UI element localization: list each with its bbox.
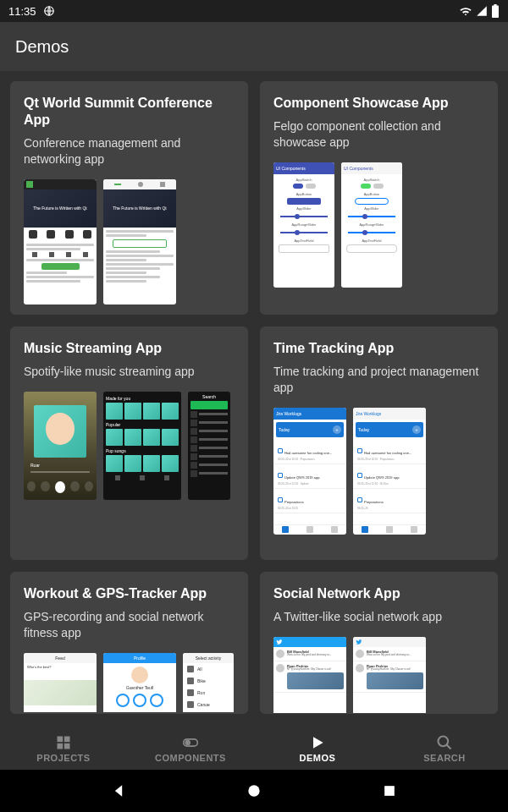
wifi-icon	[459, 5, 472, 17]
svg-rect-4	[64, 737, 70, 743]
thumbnail: Feed Who's the best? 62:40:0017.13 km9.8…	[24, 653, 97, 712]
nav-label: PROJECTS	[36, 753, 90, 763]
card-desc: Spotify-like music streaming app	[24, 364, 235, 380]
app-header: Demos	[0, 22, 508, 71]
thumbnail: The Future is Written with Qt	[24, 179, 97, 304]
svg-rect-5	[58, 743, 64, 749]
svg-rect-2	[494, 4, 496, 6]
thumbnail: Jira Worklogs Today+ Had awesome fun cod…	[353, 408, 426, 535]
svg-point-9	[439, 737, 449, 747]
signal-icon	[476, 5, 488, 17]
thumbnail: Bill MansfieldWow so fun. My yard and dr…	[273, 637, 346, 713]
thumbnail: Select activity All Bike Run Canoe	[183, 653, 234, 712]
home-button[interactable]	[246, 782, 262, 799]
grid-icon	[55, 734, 72, 751]
card-desc: Time tracking and project management app	[273, 364, 484, 396]
nav-label: DEMOS	[300, 753, 336, 763]
thumbnail: UI Components AppSwitch AppButton AppSli…	[273, 162, 334, 288]
thumbnail: The Future is Written with Qt	[103, 179, 176, 304]
demo-card-qt-summit[interactable]: Qt World Summit Conference App Conferenc…	[10, 81, 248, 315]
thumbnail: Made for you Popular Pop songs	[103, 392, 181, 500]
card-desc: A Twitter-like social network app	[273, 609, 484, 625]
card-desc: GPS-recording and social network fitness…	[24, 609, 235, 641]
demo-card-workout-tracker[interactable]: Workout & GPS-Tracker App GPS-recording …	[10, 572, 248, 714]
svg-point-8	[185, 740, 190, 746]
nav-projects[interactable]: PROJECTS	[0, 727, 127, 770]
demo-card-social-network[interactable]: Social Network App A Twitter-like social…	[260, 572, 498, 714]
thumbnail: Bill MansfieldWow so fun. My yard and dr…	[353, 637, 426, 713]
thumbnail: Jira Worklogs Today+ Had awesome fun cod…	[273, 408, 346, 535]
card-title: Workout & GPS-Tracker App	[24, 585, 235, 602]
card-title: Social Network App	[273, 585, 484, 602]
thumbnail: Search	[188, 392, 230, 500]
nav-label: SEARCH	[423, 753, 465, 763]
card-title: Qt World Summit Conference App	[24, 95, 235, 129]
nav-components[interactable]: COMPONENTS	[127, 727, 254, 770]
demos-grid-container: Qt World Summit Conference App Conferenc…	[0, 71, 508, 727]
battery-icon	[491, 4, 500, 18]
page-title: Demos	[15, 37, 69, 57]
back-button[interactable]	[110, 782, 127, 799]
card-desc: Felgo component collection and showcase …	[273, 118, 484, 151]
thumbnail: Profile Guenther Teufl	[103, 653, 176, 712]
card-title: Time Tracking App	[273, 340, 484, 357]
thumbnail: UI Components AppSwitch AppButton AppSli…	[341, 162, 402, 288]
card-title: Music Streaming App	[24, 340, 235, 357]
demo-card-component-showcase[interactable]: Component Showcase App Felgo component c…	[260, 81, 498, 315]
search-icon	[436, 734, 453, 751]
thumbnail: Roar	[24, 392, 97, 500]
card-title: Component Showcase App	[273, 95, 484, 112]
status-time: 11:35	[8, 5, 36, 18]
svg-line-10	[447, 745, 451, 749]
svg-rect-6	[64, 743, 70, 749]
card-desc: Conference management and networking app	[24, 135, 235, 167]
bottom-nav: PROJECTS COMPONENTS DEMOS SEARCH	[0, 727, 508, 770]
nav-search[interactable]: SEARCH	[381, 727, 508, 770]
recent-apps-button[interactable]	[381, 782, 398, 799]
svg-rect-1	[492, 6, 499, 18]
nav-label: COMPONENTS	[155, 753, 226, 763]
svg-rect-12	[384, 786, 395, 796]
svg-point-11	[248, 785, 259, 796]
globe-icon	[43, 5, 55, 17]
play-icon	[309, 734, 326, 751]
nav-demos[interactable]: DEMOS	[254, 727, 381, 770]
demo-card-time-tracking[interactable]: Time Tracking App Time tracking and proj…	[260, 326, 498, 560]
toggle-icon	[182, 734, 199, 751]
demo-card-music-streaming[interactable]: Music Streaming App Spotify-like music s…	[10, 326, 248, 560]
system-nav-bar	[0, 770, 508, 812]
svg-rect-3	[58, 737, 64, 743]
status-bar: 11:35	[0, 0, 508, 22]
